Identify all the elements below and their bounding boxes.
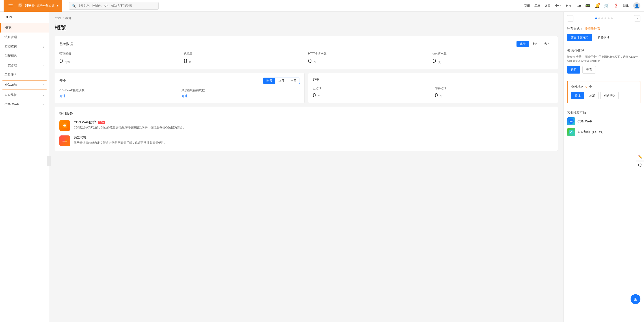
metric-quic-value: 0 次 [432,57,553,65]
svg-rect-1 [64,124,66,127]
account-selector[interactable]: 账号全部资源 ▼ [37,4,59,8]
domain-manage-btn[interactable]: 管理 [571,92,584,99]
carousel-prev-btn[interactable]: ‹ [567,15,574,22]
basic-data-title: 基础数据 [60,42,73,46]
breadcrumb-cdn[interactable]: CDN [55,17,61,20]
aliyun-name: 阿里云 [25,4,35,8]
cart-icon[interactable]: 🛒 [604,3,609,8]
domain-actions: 管理 添加 刷新预热 [571,92,636,99]
chevron-icon-log: ∨ [42,64,44,67]
rate-service-info: 频次控制 基于默认策略或自定义策略进行恶意流量拦截，保证正常业务流量畅性。 [74,135,167,145]
security-tab-currentmonth[interactable]: 当月 [288,78,300,84]
nav-link-fee[interactable]: 费用 [524,4,530,8]
floating-chat-icon[interactable]: 💬 [636,161,644,169]
carousel-next-btn[interactable]: › [634,15,640,22]
date-tab-currentmonth[interactable]: 当月 [541,41,553,47]
message-icon[interactable]: 📟 [585,3,590,8]
carousel-dot-4[interactable] [604,18,606,19]
hamburger-menu[interactable] [6,3,15,9]
chevron-icon: ∨ [42,45,44,48]
nav-link-support[interactable]: 支持 [565,4,571,8]
date-tab-lastmonth[interactable]: 上月 [529,41,541,47]
basic-data-header: 基础数据 昨天 上月 当月 [60,41,553,47]
svg-point-6 [571,131,572,132]
cert-expired-label: 已过期 [313,86,431,90]
nav-link-ticket[interactable]: 工单 [534,4,540,8]
nav-logo-area: 阿里云 账号全部资源 ▼ [4,0,62,12]
resource-view-btn[interactable]: 查看 [582,66,596,74]
product-waf-icon [567,117,575,125]
domain-refresh-btn[interactable]: 刷新预热 [600,92,619,99]
product-item-waf[interactable]: CDN WAF [567,117,640,125]
carousel-dot-6[interactable] [611,18,613,19]
notification-icon[interactable]: 🔔 [595,3,600,8]
search-bar[interactable]: 🔍 [69,2,159,10]
waf-new-badge: NEW [98,121,105,124]
carousel-dot-2[interactable] [598,18,600,19]
carousel-dot-1[interactable] [595,18,597,19]
carousel-dot-3[interactable] [602,18,603,19]
chevron-icon-waf: ∨ [42,103,44,106]
sidebar-item-monitor[interactable]: 监控查询 ∨ [0,42,49,51]
sidebar-collapse-btn[interactable]: ‹ [47,156,51,166]
sidebar-item-refresh[interactable]: 刷新预热 [0,51,49,61]
security-waf-label: CDN WAF拦截次数 [60,88,178,92]
breadcrumb: CDN / 概览 [55,16,558,20]
resource-buy-btn[interactable]: 购买 [567,66,580,74]
waf-service-info: CDN WAF防护 NEW CDN结合WAF功能，对业务流量进行恶意特征识别及防… [74,120,186,130]
sidebar-title: CDN [0,12,49,23]
metric-bandwidth: 带宽峰值 0 bps [60,52,180,65]
chevron-icon-security: ∨ [42,94,44,97]
date-tab-yesterday[interactable]: 昨天 [517,41,529,47]
floating-sidebar: ✏️ 💬 [636,153,644,169]
help-icon[interactable]: ❓ [614,3,618,8]
nav-link-app[interactable]: App [576,4,581,8]
product-item-scdn[interactable]: 安全加速（SCDN） [567,128,640,136]
floating-grid-icon[interactable]: ⊞ [630,294,640,304]
metric-https-value: 0 次 [308,57,429,65]
security-rate-link[interactable]: 开通 [182,94,188,98]
right-panel: ‹ › 计费方式： 按流量计费 变更计费方式 价格明细 [563,12,644,322]
sidebar-item-waf[interactable]: CDN WAF ∨ [0,100,49,109]
resource-title: 资源包管理 [567,49,640,53]
security-rate-label: 频次控制拦截次数 [182,88,300,92]
domain-section: 全部域名 0 个 管理 添加 刷新预热 [567,81,640,103]
change-billing-btn[interactable]: 变更计费方式 [567,34,592,41]
carousel-dot-5[interactable] [608,18,610,19]
carousel-dots [574,18,634,19]
sidebar-item-security[interactable]: 安全防护 ∨ [0,90,49,100]
cert-title: 证书 [313,78,320,82]
metric-https: HTTPS请求数 0 次 [308,52,429,65]
floating-edit-icon[interactable]: ✏️ [636,153,644,161]
billing-value[interactable]: 按流量计费 [584,27,600,31]
hot-service-waf: CDN WAF防护 NEW CDN结合WAF功能，对业务流量进行恶意特征识别及防… [60,120,553,131]
nav-link-beian[interactable]: 备案 [545,4,550,8]
sidebar-item-overview[interactable]: 概览 [0,23,49,33]
cert-expired-metric: 已过期 0 个 [313,86,431,98]
security-waf-link[interactable]: 开通 [60,94,66,98]
waf-service-icon [60,120,70,131]
hot-service-rate: 频次控制 基于默认策略或自定义策略进行恶意流量拦截，保证正常业务流量畅性。 [60,135,553,146]
cert-expiring-metric: 即将过期 0 个 [435,86,554,98]
security-tab-yesterday[interactable]: 昨天 [263,78,276,84]
nav-link-enterprise[interactable]: 企业 [555,4,561,8]
product-scdn-name: 安全加速（SCDN） [578,130,605,134]
domain-add-btn[interactable]: 添加 [586,92,598,99]
cert-metrics: 已过期 0 个 即将过期 0 个 [313,86,553,98]
language-selector[interactable]: 简体 [623,4,629,8]
top-navigation: 阿里云 账号全部资源 ▼ 🔍 费用 工单 备案 企业 支持 App 📟 🔔 🛒 … [0,0,644,12]
sidebar-item-domain[interactable]: 域名管理 [0,33,49,42]
product-scdn-icon [567,128,575,136]
aliyun-logo: 阿里云 [17,2,35,10]
search-input[interactable] [78,4,156,8]
user-avatar[interactable]: 👤 [633,2,640,10]
security-tab-lastmonth[interactable]: 上月 [276,78,288,84]
hot-services-header: 热门服务 [60,111,553,116]
sidebar-item-fullsite[interactable]: 全站加速 ↗ [2,81,47,90]
sidebar-item-log[interactable]: 日志管理 ∨ [0,61,49,70]
sidebar-item-tools[interactable]: 工具服务 [0,70,49,80]
security-rate-metric: 频次控制拦截次数 开通 [182,88,300,98]
security-title: 安全 [60,79,66,83]
price-detail-btn[interactable]: 价格明细 [594,34,613,41]
metric-quic-label: quic请求数 [432,52,553,56]
